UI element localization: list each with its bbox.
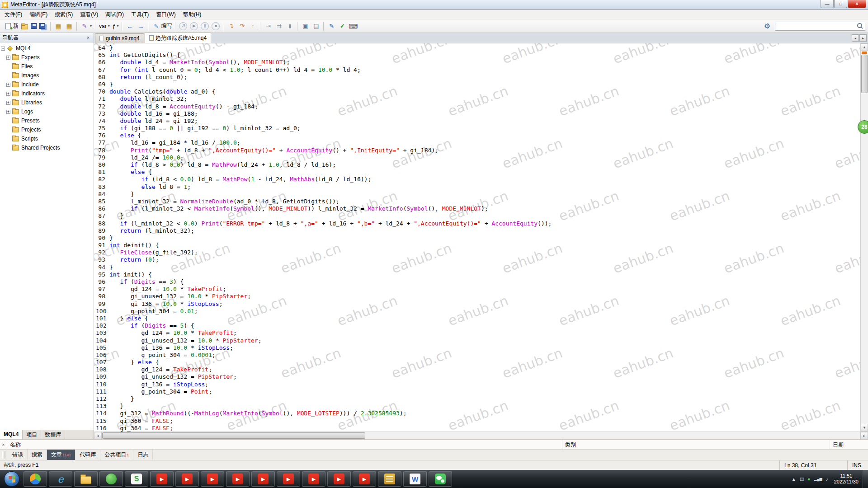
vertical-scroll-thumb[interactable]	[861, 55, 868, 93]
watch-list-button[interactable]	[311, 21, 321, 32]
tree-item-libraries[interactable]: +Libraries	[0, 98, 94, 107]
taskbar-internet-explorer-button[interactable]: e	[49, 471, 72, 487]
code-line[interactable]: 111 g_point_304 = Point;	[96, 388, 860, 395]
code-line[interactable]: 103 gd_124 = 10.0 * TakeProfit;	[96, 329, 860, 337]
horizontal-scroll-thumb[interactable]	[102, 432, 365, 439]
code-line[interactable]: 86 if (l_minlot_32 < MarketInfo(Symbol()…	[96, 205, 860, 212]
code-line[interactable]: 73 double ld_16 = gi_188;	[96, 110, 860, 117]
expand-icon[interactable]: +	[6, 101, 10, 105]
taskbar-wechat-button[interactable]	[429, 471, 452, 487]
tree-item-projects[interactable]: Projects	[0, 125, 94, 134]
tree-item-include[interactable]: +Include	[0, 80, 94, 89]
code-line[interactable]: 71 double l_minlot_32;	[96, 95, 860, 103]
code-editor[interactable]: eahub.cneahub.cneahub.cneahub.cneahub.cn…	[94, 43, 860, 432]
code-line[interactable]: 88 if (l_minlot_32 < 0.0) Print("ERROR t…	[96, 220, 860, 227]
scroll-down-icon[interactable]	[861, 424, 868, 432]
code-line[interactable]: 87 }	[96, 212, 860, 220]
expand-icon[interactable]: +	[6, 83, 10, 87]
code-line[interactable]: 94}	[96, 264, 860, 271]
taskbar-music-app-button[interactable]: S	[125, 471, 148, 487]
navigate-back-button[interactable]	[124, 21, 135, 32]
code-line[interactable]: 68 return (l_count_0);	[96, 74, 860, 81]
code-line[interactable]: 76 else {	[96, 132, 860, 139]
debug-restart-button[interactable]	[178, 21, 189, 32]
navigator-tab-1[interactable]: 项目	[23, 430, 41, 439]
panel-tab-1[interactable]: 搜索	[28, 450, 47, 460]
menu-item-0[interactable]: 文件(F)	[1, 10, 26, 19]
code-line[interactable]: 70double CalcLots(double ad_0) {	[96, 88, 860, 95]
code-line[interactable]: 95int init() {	[96, 271, 860, 278]
taskbar-video-player-button[interactable]: ▶	[327, 471, 351, 487]
taskbar-video-player-button[interactable]: ▶	[277, 471, 300, 487]
code-line[interactable]: 107 } else {	[96, 359, 860, 366]
taskbar-video-player-button[interactable]: ▶	[226, 471, 250, 487]
debug-start-button[interactable]	[189, 21, 199, 32]
panel-tab-3[interactable]: 代码库	[75, 450, 100, 460]
save-button[interactable]	[29, 21, 38, 32]
code-line[interactable]: 89 return (l_minlot_32);	[96, 227, 860, 235]
editor-tab-0[interactable]: guibin s9.mq4	[95, 33, 144, 43]
show-desktop-button[interactable]	[863, 470, 868, 488]
taskbar-video-player-button[interactable]: ▶	[251, 471, 275, 487]
code-line[interactable]: 115 gi_360 = FALSE;	[96, 418, 860, 425]
tree-item-indicators[interactable]: +Indicators	[0, 89, 94, 98]
maximize-button[interactable]: □	[834, 0, 847, 8]
code-line[interactable]: 112 }	[96, 395, 860, 403]
horizontal-scrollbar[interactable]	[94, 432, 868, 439]
tree-item-files[interactable]: Files	[0, 62, 94, 71]
start-button[interactable]	[4, 471, 19, 487]
code-line[interactable]: 83 else ld_8 = 1;	[96, 183, 860, 191]
code-line[interactable]: 92 FileClose(g_file_392);	[96, 249, 860, 256]
virtual-keyboard-button[interactable]	[348, 21, 359, 32]
navigator-close-icon[interactable]: ×	[85, 34, 91, 41]
code-line[interactable]: 97 gd_124 = 10.0 * TakeProfit;	[96, 286, 860, 293]
code-line[interactable]: 80 if (ld_8 > 0.0) ld_8 = MathPow(ld_24 …	[96, 161, 860, 169]
column-header-cat[interactable]: 类别	[562, 440, 830, 449]
debug-halt-button[interactable]	[284, 21, 295, 32]
gear-icon[interactable]	[763, 22, 771, 30]
tree-item-shared-projects[interactable]: Shared Projects	[0, 143, 94, 152]
menu-item-3[interactable]: 查看(V)	[76, 10, 102, 19]
code-line[interactable]: 66 double ld_4 = MarketInfo(Symbol(), MO…	[96, 59, 860, 66]
syntax-check-button[interactable]	[337, 21, 348, 32]
navigate-forward-button[interactable]	[135, 21, 146, 32]
debug-stop-button[interactable]	[210, 21, 221, 32]
taskbar-video-player-button[interactable]: ▶	[150, 471, 174, 487]
tab-scroll-left-icon[interactable]	[852, 34, 859, 42]
toggle-toolbox-button[interactable]	[64, 21, 75, 32]
step-over-button[interactable]	[236, 21, 247, 32]
save-all-button[interactable]	[38, 21, 48, 32]
code-line[interactable]: 114 gi_312 = MathRound((-MathLog(MarketI…	[96, 410, 860, 417]
insert-var-button[interactable]: var▾	[98, 21, 111, 32]
debug-pause-button[interactable]	[199, 21, 210, 32]
toolbox-close-icon[interactable]: ×	[0, 440, 7, 449]
code-line[interactable]: 102 if (Digits == 5) {	[96, 322, 860, 329]
menu-item-2[interactable]: 搜索(S)	[51, 10, 76, 19]
scroll-up-icon[interactable]	[861, 43, 868, 51]
taskbar-file-explorer-button[interactable]	[74, 471, 98, 487]
printer-icon[interactable]: ▤	[800, 477, 804, 482]
taskbar-ebook-app-button[interactable]	[378, 471, 401, 487]
menu-item-1[interactable]: 编辑(E)	[26, 10, 51, 19]
code-line[interactable]: 82 if (ld_8 < 0.0) ld_8 = MathPow(1 - ld…	[96, 176, 860, 183]
tree-item-scripts[interactable]: Scripts	[0, 134, 94, 143]
menu-item-4[interactable]: 调试(D)	[102, 10, 127, 19]
code-line[interactable]: 75 if (gi_188 == 0 || gi_192 == 0) l_min…	[96, 125, 860, 132]
code-line[interactable]: 99 gi_136 = 10.0 * iStopLoss;	[96, 300, 860, 308]
code-line[interactable]: 110 gi_136 = iStopLoss;	[96, 381, 860, 388]
code-line[interactable]: 72 double ld_8 = AccountEquity() - gi_18…	[96, 103, 860, 110]
open-file-button[interactable]	[20, 21, 29, 32]
vertical-scrollbar[interactable]	[860, 43, 868, 432]
step-out-button[interactable]	[247, 21, 258, 32]
continue-run-button[interactable]	[274, 21, 284, 32]
search-input[interactable]	[777, 23, 857, 30]
code-line[interactable]: 79 ld_24 /= 100.0;	[96, 154, 860, 161]
expand-icon[interactable]: +	[6, 110, 10, 114]
clock[interactable]: 11:51 2022/11/30	[834, 473, 859, 485]
code-line[interactable]: 77 ld_16 = gi_184 * ld_16 / 100.0;	[96, 139, 860, 146]
menu-item-5[interactable]: 工具(T)	[127, 10, 152, 19]
taskbar-video-player-button[interactable]: ▶	[302, 471, 326, 487]
styler-button[interactable]: ▾	[79, 21, 93, 32]
code-line[interactable]: 93 return (0);	[96, 256, 860, 263]
code-line[interactable]: 113 }	[96, 403, 860, 410]
